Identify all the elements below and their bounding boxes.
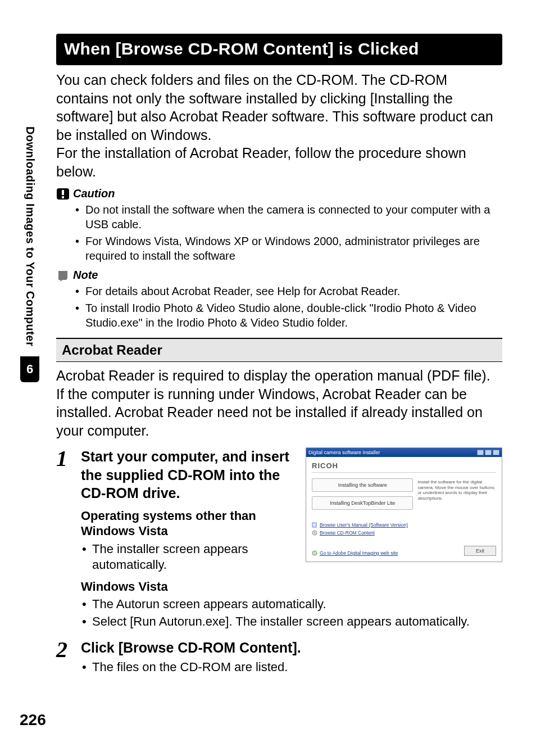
installer-brand: RICOH — [312, 460, 496, 473]
acrobat-body: Acrobat Reader is required to display th… — [56, 366, 502, 440]
list-item: For details about Acrobat Reader, see He… — [85, 284, 502, 298]
installer-title: Digital camera software installer — [308, 450, 380, 455]
section-banner: When [Browse CD-ROM Content] is Clicked — [56, 34, 502, 65]
step-bullet-list: The Autorun screen appears automatically… — [81, 596, 502, 630]
link-text: Go to Adobe Digital Imaging web site — [320, 550, 398, 556]
browse-manual-link[interactable]: Browse User's Manual (Software Version) — [312, 522, 413, 528]
step-title: Click [Browse CD-ROM Content]. — [81, 639, 502, 657]
maximize-icon[interactable] — [485, 450, 492, 455]
list-item: The Autorun screen appears automatically… — [92, 596, 502, 613]
minimize-icon[interactable] — [477, 450, 484, 455]
page-number: 226 — [20, 711, 46, 729]
close-icon[interactable] — [493, 450, 499, 455]
globe-icon — [312, 550, 317, 556]
note-header: Note -----------------------------------… — [56, 269, 502, 282]
disc-icon — [312, 530, 317, 536]
note-title: Note — [73, 269, 98, 282]
link-text: Browse User's Manual (Software Version) — [320, 522, 408, 528]
caution-icon — [56, 188, 70, 200]
list-item: To install Irodio Photo & Video Studio a… — [85, 301, 502, 330]
adobe-site-link[interactable]: Go to Adobe Digital Imaging web site — [312, 550, 398, 556]
install-desktopbinder-button[interactable]: Installing DeskTopBinder Lite — [312, 496, 413, 510]
caution-title: Caution — [73, 187, 115, 200]
svg-point-5 — [314, 532, 315, 533]
note-icon — [56, 269, 70, 282]
chapter-badge: 6 — [20, 356, 39, 382]
list-item: The files on the CD-ROM are listed. — [92, 659, 502, 676]
svg-rect-1 — [62, 190, 64, 195]
svg-point-6 — [312, 551, 317, 555]
step-2: 2 Click [Browse CD-ROM Content]. The fil… — [56, 639, 502, 678]
list-item: Select [Run Autorun.exe]. The installer … — [92, 614, 502, 630]
note-rule: ----------------------------------------… — [101, 275, 502, 275]
svg-rect-3 — [312, 523, 316, 527]
step-bullet-list: The installer screen appears automatical… — [81, 541, 297, 573]
list-item: The installer screen appears automatical… — [92, 541, 297, 573]
intro-paragraph: You can check folders and files on the C… — [56, 71, 502, 180]
step-number: 2 — [56, 639, 73, 661]
exit-button[interactable]: Exit — [464, 546, 496, 556]
list-item: For Windows Vista, Windows XP or Windows… — [85, 234, 502, 263]
installer-titlebar: Digital camera software installer — [306, 448, 502, 457]
side-tab-label: Downloading Images to Your Computer — [24, 126, 37, 346]
caution-list: Do not install the software when the cam… — [56, 202, 502, 263]
caution-rule: ----------------------------------------… — [118, 193, 502, 194]
document-icon — [312, 522, 317, 528]
svg-rect-2 — [62, 196, 64, 198]
step-number: 1 — [56, 447, 73, 470]
acrobat-heading: Acrobat Reader — [56, 338, 502, 362]
step-1: 1 Start your computer, and insert the su… — [56, 447, 502, 633]
step-bullet-list: The files on the CD-ROM are listed. — [81, 659, 502, 676]
caution-header: Caution --------------------------------… — [56, 187, 502, 200]
install-software-button[interactable]: Installing the software — [312, 478, 413, 492]
side-tab: Downloading Images to Your Computer 6 — [21, 126, 38, 382]
step-subheading: Windows Vista — [81, 579, 297, 595]
installer-info: Install the software for the digital cam… — [417, 478, 496, 536]
step-title: Start your computer, and insert the supp… — [81, 447, 297, 503]
step-subheading: Operating systems other than Windows Vis… — [81, 508, 297, 539]
note-list: For details about Acrobat Reader, see He… — [56, 284, 502, 330]
browse-cdrom-link[interactable]: Browse CD-ROM Content — [312, 530, 413, 536]
list-item: Do not install the software when the cam… — [85, 202, 502, 232]
window-controls — [477, 450, 499, 455]
link-text: Browse CD-ROM Content — [320, 530, 375, 536]
installer-window: Digital camera software installer RICOH — [306, 447, 502, 562]
